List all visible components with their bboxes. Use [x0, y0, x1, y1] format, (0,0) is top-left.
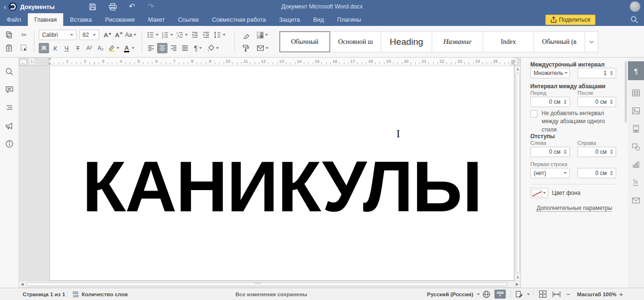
shading-button[interactable] — [206, 43, 220, 53]
nonprinting-chars-button[interactable]: ¶ — [191, 43, 205, 53]
line-spacing-button[interactable] — [212, 30, 226, 40]
save-button[interactable] — [83, 2, 103, 11]
tab-view[interactable]: Вид — [307, 13, 331, 26]
comments-icon[interactable] — [5, 85, 14, 94]
style-heading[interactable]: Heading — [381, 31, 432, 52]
align-center-button[interactable] — [157, 43, 167, 53]
spellcheck-button[interactable]: АБВ✓ — [494, 288, 506, 300]
chart-settings-icon[interactable] — [628, 156, 644, 174]
spin-down-icon[interactable] — [610, 74, 613, 75]
vertical-scroll-thumb[interactable] — [516, 73, 520, 273]
navigation-icon[interactable] — [5, 103, 14, 112]
search-icon[interactable] — [630, 16, 638, 25]
table-settings-icon[interactable] — [628, 84, 644, 102]
panel-scroll-thumb[interactable] — [625, 61, 627, 123]
multilevel-list-button[interactable]: 1ai — [175, 30, 189, 40]
user-avatar[interactable] — [630, 1, 640, 12]
left-indent-marker[interactable] — [47, 62, 52, 65]
change-case-button[interactable]: Aa — [125, 30, 136, 40]
tab-plugins[interactable]: Плагины — [330, 13, 368, 26]
bold-button[interactable]: Ж — [39, 43, 49, 53]
indent-right-spinner[interactable] — [577, 147, 616, 157]
share-button[interactable]: Поделиться — [545, 15, 595, 25]
feedback-icon[interactable] — [5, 121, 14, 131]
subscript-button[interactable]: A₂ — [95, 43, 106, 53]
tab-references[interactable]: Ссылки — [171, 13, 205, 26]
tab-draw[interactable]: Рисование — [99, 13, 142, 26]
zoom-out-button[interactable]: − — [566, 288, 574, 300]
image-settings-icon[interactable] — [628, 102, 644, 120]
redo-button[interactable]: ↷ — [142, 3, 160, 10]
spin-down-icon[interactable] — [610, 102, 613, 104]
superscript-button[interactable]: A² — [84, 43, 94, 53]
set-language-button[interactable] — [482, 288, 491, 300]
select-all-button[interactable] — [19, 43, 29, 53]
tab-layout[interactable]: Макет — [142, 13, 171, 26]
tab-protection[interactable]: Защита — [273, 13, 307, 26]
numbered-list-button[interactable]: 123 — [160, 30, 174, 40]
color-scheme-button[interactable] — [255, 30, 270, 40]
highlight-color-button[interactable] — [107, 43, 121, 53]
style-title[interactable]: Название — [432, 31, 483, 52]
tab-insert[interactable]: Вставка — [63, 13, 98, 26]
paste-button[interactable] — [4, 43, 14, 53]
first-line-select[interactable]: (нет) — [530, 168, 570, 178]
language-selector[interactable]: Русский (Россия) — [427, 288, 480, 300]
clear-style-button[interactable] — [241, 30, 251, 40]
spin-down-icon[interactable] — [610, 152, 613, 154]
document-text[interactable]: КАНИКУЛЫ — [50, 142, 514, 231]
spin-up-icon[interactable] — [610, 100, 613, 101]
track-changes-button[interactable] — [515, 288, 530, 300]
header-footer-settings-icon[interactable] — [628, 120, 644, 138]
undo-button[interactable]: ↶ — [123, 3, 142, 10]
tab-file[interactable]: Файл — [0, 13, 28, 26]
paragraph-settings-icon[interactable]: ¶ — [628, 61, 644, 80]
indent-left-input[interactable] — [531, 149, 562, 155]
strikeout-button[interactable]: Т — [73, 43, 83, 53]
spin-up-icon[interactable] — [610, 171, 613, 173]
about-icon[interactable] — [5, 139, 14, 149]
mail-merge-button[interactable] — [255, 43, 270, 53]
style-gallery-expand-button[interactable] — [585, 31, 598, 52]
document-page[interactable]: КАНИКУЛЫ — [50, 66, 514, 281]
vertical-scrollbar[interactable]: ▲ ▼ — [514, 66, 520, 281]
spacing-before-input[interactable] — [531, 99, 562, 105]
spin-up-icon[interactable] — [564, 100, 567, 101]
shape-settings-icon[interactable] — [628, 138, 644, 156]
spacing-before-spinner[interactable] — [530, 97, 570, 107]
copy-button[interactable] — [4, 30, 14, 40]
spacing-after-spinner[interactable] — [577, 97, 616, 107]
document-canvas[interactable]: КАНИКУЛЫ I — [19, 66, 514, 281]
justify-button[interactable] — [180, 43, 190, 53]
indent-left-spinner[interactable] — [530, 147, 570, 157]
same-style-checkbox[interactable] — [530, 110, 537, 117]
cut-button[interactable]: ✂ — [19, 30, 29, 40]
line-spacing-input[interactable] — [578, 70, 608, 76]
style-normal-web[interactable]: Обычный (в — [534, 31, 585, 52]
app-logo-icon[interactable] — [8, 2, 17, 11]
first-line-input[interactable] — [578, 170, 608, 176]
horizontal-scroll-thumb[interactable] — [26, 282, 508, 286]
decrease-indent-button[interactable] — [190, 30, 200, 40]
align-right-button[interactable] — [168, 43, 179, 53]
increase-indent-button[interactable] — [201, 30, 211, 40]
back-chevron-icon[interactable]: ‹ — [4, 3, 7, 11]
font-name-select[interactable]: Calibri — [39, 30, 76, 40]
horizontal-ruler[interactable]: 1123456789101112131415161718192021222324… — [19, 58, 520, 66]
print-button[interactable] — [103, 2, 123, 11]
spin-down-icon[interactable] — [564, 102, 567, 104]
scroll-left-arrow[interactable]: ◀ — [19, 282, 25, 286]
underline-button[interactable]: Ч — [61, 43, 72, 53]
scroll-right-arrow[interactable]: ▶ — [514, 282, 520, 286]
font-color-button[interactable]: A — [122, 43, 136, 53]
bullet-list-button[interactable] — [146, 30, 159, 40]
page-indicator[interactable]: Страница 1 из 1 — [23, 288, 65, 300]
first-line-indent-marker[interactable] — [47, 58, 52, 61]
style-body-text[interactable]: Основной ш — [330, 31, 381, 52]
spin-up-icon[interactable] — [610, 71, 613, 73]
mail-merge-settings-icon[interactable] — [628, 192, 644, 209]
italic-button[interactable]: К — [50, 43, 60, 53]
font-size-select[interactable]: 82 — [79, 30, 99, 40]
tab-collaboration[interactable]: Совместная работа — [205, 13, 272, 26]
zoom-in-button[interactable]: + — [619, 288, 627, 300]
